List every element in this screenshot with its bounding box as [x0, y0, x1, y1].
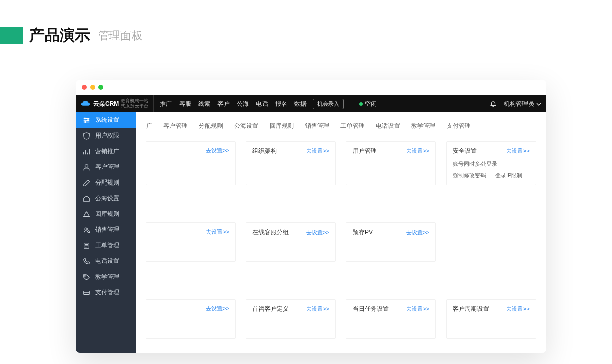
sidebar-item-客户管理[interactable]: 客户管理	[76, 159, 136, 175]
tab-销售管理[interactable]: 销售管理	[299, 118, 335, 134]
sidebar-item-系统设置[interactable]: 系统设置	[76, 112, 136, 128]
sidebar-item-label: 系统设置	[95, 116, 119, 124]
sidebar-item-电话设置[interactable]: 电话设置	[76, 253, 136, 269]
edit-icon	[83, 179, 90, 187]
topnav-电话[interactable]: 电话	[256, 100, 268, 108]
svg-point-1	[87, 119, 89, 121]
tab-支付管理[interactable]: 支付管理	[441, 118, 476, 134]
sidebar-item-公海设置[interactable]: 公海设置	[76, 191, 136, 206]
svg-point-3	[85, 164, 88, 167]
brand: 云朵CRM 教育机构一站式服务云平台	[76, 95, 154, 112]
go-settings-link[interactable]: 去设置>>	[506, 147, 530, 155]
setting-card: 预存PV去设置>>	[346, 222, 436, 262]
setting-card: 安全设置去设置>>账号同时多处登录强制修改密码登录IP限制	[446, 141, 536, 185]
svg-rect-8	[84, 291, 90, 294]
sidebar-item-label: 公海设置	[95, 194, 119, 203]
cloud-logo-icon	[81, 100, 90, 107]
setting-card: 客户周期设置去设置>>	[446, 299, 536, 339]
card-title: 客户周期设置	[453, 305, 489, 313]
setting-card: 当日任务设置去设置>>	[346, 299, 436, 339]
tab-广[interactable]: 广	[146, 118, 158, 134]
go-settings-link[interactable]: 去设置>>	[506, 305, 530, 313]
tab-电话设置[interactable]: 电话设置	[370, 118, 406, 134]
go-settings-link[interactable]: 去设置>>	[206, 228, 229, 236]
sidebar-item-label: 回库规则	[95, 210, 119, 218]
tab-教学管理[interactable]: 教学管理	[406, 118, 441, 134]
bell-icon[interactable]	[490, 100, 497, 107]
tab-回库规则[interactable]: 回库规则	[264, 118, 299, 134]
card-icon	[83, 289, 90, 296]
card-title: 预存PV	[353, 228, 373, 237]
sidebar-item-分配规则[interactable]: 分配规则	[76, 175, 136, 191]
top-bar: 云朵CRM 教育机构一站式服务云平台 推广客服线索客户公海电话报名数据 机会录入…	[76, 95, 546, 112]
page-header: 产品演示 管理面板	[0, 0, 612, 56]
top-nav: 推广客服线索客户公海电话报名数据	[154, 100, 307, 108]
topnav-客户[interactable]: 客户	[217, 100, 230, 108]
tab-分配规则[interactable]: 分配规则	[193, 118, 229, 134]
sliders-icon	[83, 117, 90, 124]
search-user-icon	[83, 226, 90, 234]
topnav-客服[interactable]: 客服	[179, 100, 191, 108]
svg-point-2	[85, 121, 86, 123]
topnav-数据[interactable]: 数据	[294, 100, 307, 108]
setting-card: 去设置>>	[146, 299, 236, 339]
setting-card: 用户管理去设置>>	[346, 141, 436, 185]
sidebar-item-label: 客户管理	[95, 163, 119, 171]
close-window-button[interactable]	[82, 85, 87, 90]
main-content: 广客户管理分配规则公海设置回库规则销售管理工单管理电话设置教学管理支付管理 去设…	[136, 112, 546, 353]
opportunity-entry-button[interactable]: 机会录入	[313, 99, 344, 109]
window-traffic-lights	[76, 80, 546, 95]
sidebar: 系统设置用户权限营销推广客户管理分配规则公海设置回库规则销售管理工单管理电话设置…	[76, 112, 136, 353]
card-title: 当日任务设置	[353, 305, 389, 313]
tab-公海设置[interactable]: 公海设置	[229, 118, 264, 134]
card-title: 用户管理	[353, 147, 377, 155]
sidebar-item-工单管理[interactable]: 工单管理	[76, 238, 136, 253]
card-title: 组织架构	[252, 147, 277, 155]
sidebar-item-label: 教学管理	[95, 272, 119, 281]
sidebar-item-label: 电话设置	[95, 257, 119, 265]
sidebar-item-销售管理[interactable]: 销售管理	[76, 222, 136, 238]
sidebar-item-教学管理[interactable]: 教学管理	[76, 269, 136, 285]
go-settings-link[interactable]: 去设置>>	[306, 305, 329, 313]
setting-card: 首咨客户定义去设置>>	[246, 299, 336, 339]
setting-card: 去设置>>	[146, 222, 236, 262]
page-title: 产品演示	[29, 25, 90, 46]
card-body: 账号同时多处登录强制修改密码登录IP限制	[453, 160, 530, 179]
user-menu[interactable]: 机构管理员	[504, 100, 541, 108]
go-settings-link[interactable]: 去设置>>	[406, 147, 429, 155]
sidebar-item-label: 销售管理	[95, 225, 119, 234]
zoom-window-button[interactable]	[98, 85, 103, 90]
svg-point-4	[85, 228, 87, 230]
tab-客户管理[interactable]: 客户管理	[158, 118, 193, 134]
card-body-item: 登录IP限制	[495, 172, 522, 179]
sidebar-item-支付管理[interactable]: 支付管理	[76, 285, 136, 300]
status-indicator[interactable]: 空闲	[359, 100, 377, 108]
brand-name: 云朵CRM	[93, 100, 119, 108]
go-settings-link[interactable]: 去设置>>	[406, 229, 429, 236]
go-settings-link[interactable]: 去设置>>	[306, 229, 329, 236]
tab-工单管理[interactable]: 工单管理	[335, 118, 370, 134]
sidebar-item-营销推广[interactable]: 营销推广	[76, 144, 136, 159]
topnav-线索[interactable]: 线索	[198, 100, 210, 108]
go-settings-link[interactable]: 去设置>>	[206, 305, 229, 312]
page-subtitle: 管理面板	[98, 28, 143, 43]
topnav-推广[interactable]: 推广	[160, 100, 172, 108]
tag-icon	[83, 274, 90, 281]
sidebar-item-label: 分配规则	[95, 178, 119, 187]
sidebar-item-回库规则[interactable]: 回库规则	[76, 206, 136, 222]
svg-point-5	[88, 230, 90, 232]
app-window: 云朵CRM 教育机构一站式服务云平台 推广客服线索客户公海电话报名数据 机会录入…	[76, 80, 546, 353]
home-icon	[83, 195, 90, 202]
status-dot-icon	[359, 102, 363, 106]
sidebar-item-用户权限[interactable]: 用户权限	[76, 128, 136, 144]
topnav-公海[interactable]: 公海	[237, 100, 249, 108]
tabs: 广客户管理分配规则公海设置回库规则销售管理工单管理电话设置教学管理支付管理	[146, 118, 536, 134]
doc-icon	[83, 242, 90, 249]
go-settings-link[interactable]: 去设置>>	[306, 147, 329, 155]
topnav-报名[interactable]: 报名	[275, 100, 287, 108]
go-settings-link[interactable]: 去设置>>	[206, 147, 229, 154]
go-settings-link[interactable]: 去设置>>	[406, 305, 429, 313]
setting-card: 组织架构去设置>>	[246, 141, 336, 185]
minimize-window-button[interactable]	[90, 85, 95, 90]
card-title: 在线客服分组	[252, 228, 289, 237]
